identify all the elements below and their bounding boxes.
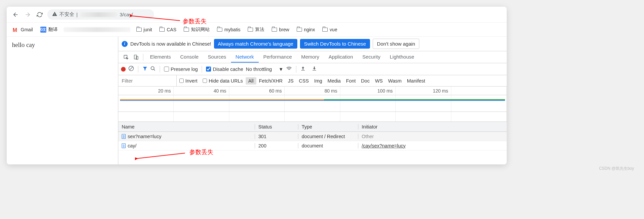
pill-css[interactable]: CSS bbox=[296, 77, 312, 85]
pill-wasm[interactable]: Wasm bbox=[385, 77, 404, 85]
pill-manifest[interactable]: Manifest bbox=[404, 77, 428, 85]
svg-line-4 bbox=[130, 67, 133, 70]
tab-sources[interactable]: Sources bbox=[203, 52, 231, 63]
tab-network[interactable]: Network bbox=[231, 52, 259, 63]
filter-input[interactable] bbox=[118, 75, 177, 86]
svg-point-5 bbox=[151, 67, 154, 70]
tab-memory[interactable]: Memory bbox=[297, 52, 324, 63]
initiator-link[interactable]: /cay/sex?name=lucy bbox=[362, 143, 406, 148]
folder-icon bbox=[297, 28, 302, 32]
pill-img[interactable]: Img bbox=[311, 77, 325, 85]
folder-icon bbox=[184, 28, 189, 32]
pill-fetch[interactable]: Fetch/XHR bbox=[256, 77, 285, 85]
folder-icon bbox=[248, 28, 253, 32]
folder-icon bbox=[322, 28, 328, 32]
bookmark-folder-algo[interactable]: 算法 bbox=[246, 25, 266, 34]
bookmark-folder-nginx[interactable]: nginx bbox=[295, 26, 316, 34]
url-path: 3/cay/ bbox=[120, 12, 133, 17]
download-icon[interactable] bbox=[312, 66, 317, 72]
main-split: hello cay i DevTools is now available in… bbox=[7, 37, 507, 164]
hide-data-urls-checkbox[interactable]: Hide data URLs bbox=[200, 78, 245, 84]
folder-icon bbox=[159, 28, 165, 32]
tab-lighthouse[interactable]: Lighthouse bbox=[385, 52, 419, 63]
devtools-tabs: Elements Console Sources Network Perform… bbox=[118, 51, 507, 63]
network-conditions-icon[interactable] bbox=[286, 66, 292, 73]
document-icon bbox=[122, 143, 126, 148]
reload-button[interactable] bbox=[35, 10, 44, 19]
url-host-blur bbox=[80, 12, 117, 17]
insecure-icon bbox=[52, 11, 57, 18]
dont-show-button[interactable]: Don't show again bbox=[373, 39, 420, 49]
back-button[interactable] bbox=[11, 10, 20, 19]
device-icon[interactable] bbox=[132, 54, 140, 61]
folder-icon bbox=[272, 28, 277, 32]
search-icon[interactable] bbox=[150, 66, 156, 72]
filter-toggle-icon[interactable] bbox=[142, 66, 148, 72]
bookmark-folder-vue[interactable]: vue bbox=[321, 26, 339, 34]
col-name[interactable]: Name bbox=[118, 124, 255, 129]
translate-icon: G文 bbox=[40, 27, 46, 33]
network-controls: Preserve log Disable cache No throttling… bbox=[118, 63, 507, 75]
tab-console[interactable]: Console bbox=[176, 52, 203, 63]
timeline-body[interactable] bbox=[118, 95, 507, 112]
network-filter-row: Invert Hide data URLs All Fetch/XHR JS C… bbox=[118, 75, 507, 87]
watermark: CSDN @凯先生boy bbox=[7, 164, 637, 171]
request-table-header: Name Status Type Initiator bbox=[118, 122, 507, 132]
document-icon bbox=[122, 134, 126, 139]
pill-ws[interactable]: WS bbox=[372, 77, 385, 85]
tab-application[interactable]: Application bbox=[324, 52, 358, 63]
tab-elements[interactable]: Elements bbox=[145, 52, 176, 63]
forward-button[interactable] bbox=[23, 10, 32, 19]
timeline-scroll bbox=[118, 112, 507, 122]
col-initiator[interactable]: Initiator bbox=[358, 124, 507, 129]
url-field[interactable]: 不安全 | 3/cay/ bbox=[47, 9, 154, 20]
throttling-select[interactable]: No throttling▼ bbox=[246, 67, 283, 72]
timeline-header: 20 ms 40 ms 60 ms 80 ms 100 ms 120 ms bbox=[118, 87, 507, 95]
table-row[interactable]: sex?name=lucy 301 document / Redirect Ot… bbox=[118, 132, 507, 141]
bookmark-folder-brew[interactable]: brew bbox=[270, 26, 290, 34]
bookmark-folder-junit[interactable]: junit bbox=[135, 26, 154, 34]
info-icon: i bbox=[122, 41, 128, 47]
bookmarks-bar: Gmail G文翻译 junit CAS 知识网站 mybatis 算法 bre… bbox=[7, 23, 507, 37]
bookmark-folder-knowledge[interactable]: 知识网站 bbox=[182, 25, 211, 34]
switch-chinese-button[interactable]: Switch DevTools to Chinese bbox=[300, 39, 370, 49]
bookmark-gmail[interactable]: Gmail bbox=[11, 26, 34, 34]
tab-performance[interactable]: Performance bbox=[259, 52, 297, 63]
page-text: hello cay bbox=[12, 41, 113, 49]
url-bar-row: 不安全 | 3/cay/ bbox=[7, 7, 507, 23]
bookmark-folder-cas[interactable]: CAS bbox=[158, 26, 178, 34]
pill-media[interactable]: Media bbox=[325, 77, 344, 85]
match-language-button[interactable]: Always match Chrome's language bbox=[214, 39, 297, 49]
clear-button[interactable] bbox=[128, 66, 134, 73]
inspect-icon[interactable] bbox=[122, 54, 130, 61]
table-row[interactable]: cay/ 200 document /cay/sex?name=lucy bbox=[118, 141, 507, 150]
preserve-log-checkbox[interactable]: Preserve log bbox=[164, 67, 198, 72]
bookmark-translate[interactable]: G文翻译 bbox=[39, 25, 59, 34]
col-status[interactable]: Status bbox=[255, 124, 298, 129]
pill-font[interactable]: Font bbox=[343, 77, 358, 85]
pill-js[interactable]: JS bbox=[285, 77, 296, 85]
gmail-icon bbox=[13, 27, 19, 32]
col-type[interactable]: Type bbox=[298, 124, 358, 129]
pill-doc[interactable]: Doc bbox=[358, 77, 372, 85]
bookmark-folder-mybatis[interactable]: mybatis bbox=[216, 26, 242, 34]
info-text: DevTools is now available in Chinese! bbox=[130, 41, 211, 47]
devtools-info-bar: i DevTools is now available in Chinese! … bbox=[118, 37, 507, 51]
invert-checkbox[interactable]: Invert bbox=[177, 78, 200, 84]
record-button[interactable] bbox=[121, 67, 126, 72]
folder-icon bbox=[136, 28, 142, 32]
devtools-pane: i DevTools is now available in Chinese! … bbox=[118, 37, 507, 164]
upload-icon[interactable] bbox=[300, 66, 306, 72]
tab-security[interactable]: Security bbox=[358, 52, 385, 63]
browser-window: 不安全 | 3/cay/ Gmail G文翻译 junit CAS 知识网站 m… bbox=[7, 7, 507, 164]
folder-icon bbox=[217, 28, 222, 32]
pill-all[interactable]: All bbox=[246, 77, 256, 85]
bookmark-blur bbox=[64, 27, 130, 32]
page-content-pane: hello cay bbox=[7, 37, 118, 164]
svg-line-6 bbox=[154, 69, 155, 71]
disable-cache-checkbox[interactable]: Disable cache bbox=[206, 67, 243, 72]
insecure-label: 不安全 bbox=[59, 11, 74, 18]
